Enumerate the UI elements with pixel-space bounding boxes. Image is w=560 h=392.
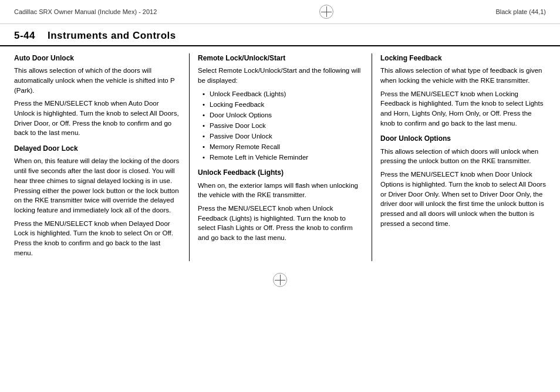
crosshair-top [319, 5, 333, 19]
list-item: Unlock Feedback (Lights) [203, 89, 363, 99]
title-auto-door-unlock: Auto Door Unlock [14, 53, 180, 63]
remote-lock-p1: Select Remote Lock/Unlock/Start and the … [198, 66, 363, 85]
section-heading: 5-44 Instruments and Controls [0, 24, 560, 46]
locking-feedback-p1: This allows selection of what type of fe… [380, 66, 546, 85]
locking-feedback-p2: Press the MENU/SELECT knob when Locking … [380, 89, 546, 129]
column-right: Locking Feedback This allows selection o… [372, 53, 546, 261]
column-middle: Remote Lock/Unlock/Start Select Remote L… [189, 53, 372, 261]
list-item: Door Unlock Options [203, 110, 363, 120]
list-item: Memory Remote Recall [203, 142, 363, 151]
auto-door-unlock-p2: Press the MENU/SELECT knob when Auto Doo… [14, 99, 180, 138]
crosshair-bottom [273, 273, 287, 287]
title-unlock-feedback: Unlock Feedback (Lights) [198, 168, 363, 178]
page-header: Cadillac SRX Owner Manual (Include Mex) … [0, 0, 560, 24]
delayed-door-lock-p2: Press the MENU/SELECT knob when Delayed … [14, 219, 180, 258]
list-item: Remote Left in Vehicle Reminder [203, 153, 363, 162]
door-unlock-options-p2: Press the MENU/SELECT knob when Door Unl… [380, 170, 546, 228]
section-title: 5-44 Instruments and Controls [14, 30, 546, 42]
unlock-feedback-p1: When on, the exterior lamps will flash w… [198, 181, 363, 200]
content-area: Auto Door Unlock This allows selection o… [0, 46, 560, 268]
header-right: Black plate (44,1) [495, 8, 546, 15]
header-left: Cadillac SRX Owner Manual (Include Mex) … [14, 8, 157, 15]
auto-door-unlock-p1: This allows selection of which of the do… [14, 66, 180, 95]
column-left: Auto Door Unlock This allows selection o… [14, 53, 189, 261]
title-remote-lock: Remote Lock/Unlock/Start [198, 53, 363, 63]
unlock-feedback-p2: Press the MENU/SELECT knob when Unlock F… [198, 204, 363, 243]
list-item: Passive Door Unlock [203, 131, 363, 141]
delayed-door-lock-p1: When on, this feature will delay the loc… [14, 156, 180, 215]
remote-lock-list: Unlock Feedback (Lights) Locking Feedbac… [198, 89, 363, 163]
title-locking-feedback: Locking Feedback [380, 53, 546, 63]
title-door-unlock-options: Door Unlock Options [380, 134, 546, 144]
page-footer [0, 268, 560, 292]
title-delayed-door-lock: Delayed Door Lock [14, 144, 180, 154]
door-unlock-options-p1: This allows selection of which doors wil… [380, 147, 546, 166]
list-item: Passive Door Lock [203, 121, 363, 130]
list-item: Locking Feedback [203, 100, 363, 109]
